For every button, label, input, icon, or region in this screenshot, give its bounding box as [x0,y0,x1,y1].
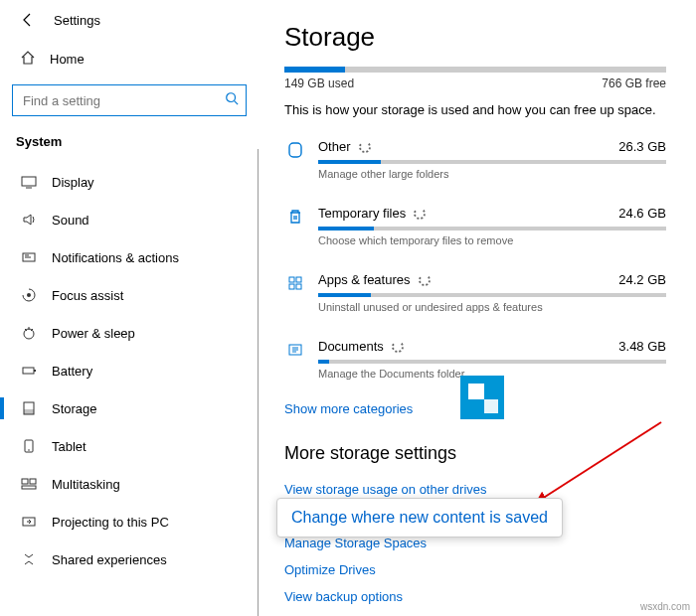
nav-label: Shared experiences [52,552,167,567]
category-bar [318,160,666,164]
callout-tooltip: Change where new content is saved [276,498,563,538]
nav-label: Display [52,175,94,190]
page-title: Storage [284,22,666,53]
sidebar-item-tablet[interactable]: Tablet [0,427,259,465]
loading-spinner-icon [419,274,431,286]
nav-icon [20,211,38,229]
storage-category[interactable]: Other26.3 GBManage other large folders [284,131,666,192]
storage-usage-bar [284,67,666,73]
nav-label: Sound [52,213,89,228]
nav-icon [20,475,38,493]
nav-icon [20,399,38,417]
nav-label: Power & sleep [52,326,135,341]
nav-label: Multitasking [52,477,120,492]
nav-icon [20,173,38,191]
search-input[interactable] [12,84,247,116]
category-bar [318,360,666,364]
sidebar-item-focus-assist[interactable]: Focus assist [0,276,259,314]
nav-label: Storage [52,401,97,416]
storage-usage-labels: 149 GB used 766 GB free [284,77,666,90]
loading-spinner-icon [414,208,426,220]
svg-rect-12 [30,479,36,484]
svg-rect-8 [24,409,34,414]
category-bar [318,293,666,297]
category-icon [284,341,306,359]
section-label: System [0,130,259,163]
category-icon [284,274,306,292]
home-icon [20,50,36,69]
storage-link[interactable]: Optimize Drives [284,556,666,583]
more-settings-header: More storage settings [284,443,666,464]
sidebar-item-projecting-to-this-pc[interactable]: Projecting to this PC [0,503,259,540]
sidebar-item-sound[interactable]: Sound [0,201,259,238]
svg-rect-1 [22,177,36,186]
category-name: Other [318,139,351,154]
free-label: 766 GB free [602,77,666,90]
watermark: wsxdn.com [640,601,690,612]
svg-rect-13 [22,486,36,489]
nav-icon [20,362,38,380]
svg-point-10 [28,449,30,451]
nav-label: Focus assist [52,288,123,303]
nav-label: Tablet [52,439,87,454]
sidebar: Settings Home System DisplaySoundNotific… [0,0,259,616]
sidebar-item-storage[interactable]: Storage [0,389,259,427]
svg-rect-18 [289,284,294,289]
category-desc: Choose which temporary files to remove [318,234,666,246]
nav-icon [20,437,38,455]
category-bar [318,227,666,231]
nav-label: Notifications & actions [52,250,179,265]
category-size: 26.3 GB [618,139,666,154]
search-icon[interactable] [225,91,239,109]
svg-rect-19 [296,284,301,289]
nav-icon [20,550,38,568]
search-container [12,84,247,116]
sidebar-item-multitasking[interactable]: Multitasking [0,465,259,503]
sidebar-item-battery[interactable]: Battery [0,352,259,389]
nav-icon [20,286,38,304]
header-title: Settings [54,13,100,28]
sidebar-item-power-sleep[interactable]: Power & sleep [0,314,259,352]
storage-usage-fill [284,67,345,73]
svg-point-3 [27,293,31,297]
sidebar-item-shared-experiences[interactable]: Shared experiences [0,540,259,578]
logo-overlay [460,376,504,419]
nav-label: Battery [52,364,92,379]
home-label: Home [50,52,85,67]
category-size: 24.2 GB [618,272,666,287]
svg-rect-17 [296,277,301,282]
window-header: Settings [0,0,259,40]
svg-rect-6 [34,370,36,372]
category-icon [284,141,306,159]
svg-point-0 [227,93,236,102]
nav-label: Projecting to this PC [52,515,169,530]
svg-point-4 [24,329,34,339]
sidebar-item-home[interactable]: Home [0,40,259,78]
category-desc: Manage other large folders [318,168,666,180]
loading-spinner-icon [359,141,371,153]
category-name: Apps & features [318,272,411,287]
nav-icon [20,248,38,266]
svg-rect-15 [289,143,301,157]
intro-text: This is how your storage is used and how… [284,102,666,117]
storage-link[interactable]: View backup options [284,583,666,610]
back-button[interactable] [20,12,36,28]
sidebar-item-display[interactable]: Display [0,163,259,201]
svg-rect-16 [289,277,294,282]
category-name: Temporary files [318,206,406,221]
sidebar-divider [258,149,259,616]
storage-category[interactable]: Temporary files24.6 GBChoose which tempo… [284,198,666,258]
storage-category[interactable]: Apps & features24.2 GBUninstall unused o… [284,264,666,325]
loading-spinner-icon [392,341,404,353]
svg-rect-5 [23,368,34,374]
category-icon [284,208,306,226]
used-label: 149 GB used [284,77,354,90]
sidebar-item-notifications-actions[interactable]: Notifications & actions [0,238,259,276]
category-size: 24.6 GB [618,206,666,221]
category-size: 3.48 GB [618,339,666,354]
nav-icon [20,324,38,342]
svg-rect-11 [22,479,28,484]
nav-icon [20,513,38,531]
show-more-categories-link[interactable]: Show more categories [284,401,413,416]
category-name: Documents [318,339,384,354]
